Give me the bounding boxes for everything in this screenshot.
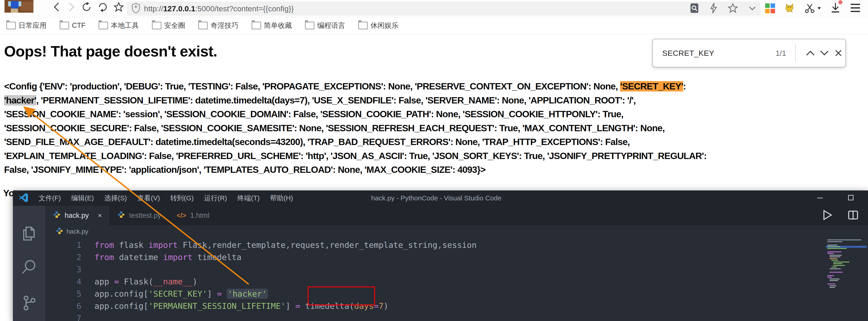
code-line: 1from flask import Flask,render_template… [45, 239, 826, 251]
explorer-icon[interactable] [20, 224, 38, 244]
line-text: app.config['SECRET_KEY'] = 'hacker' [94, 289, 268, 298]
config-line: <Config {'ENV': 'production', 'DEBUG': T… [4, 79, 865, 94]
code-token: 'PERMANENT_SESSION_LIFETIME' [148, 301, 285, 311]
bookmark-folder-item[interactable]: 休闲娱乐 [358, 21, 399, 30]
breadcrumb[interactable]: hack.py [45, 225, 868, 238]
minimap-line [833, 263, 842, 264]
find-previous-button[interactable] [803, 46, 817, 60]
code-token: ) [193, 277, 197, 286]
minimize-button[interactable] [816, 194, 824, 203]
lightning-icon[interactable] [709, 3, 718, 14]
folder-icon [98, 22, 108, 29]
code-line: 4app = Flask(__name__) [45, 276, 826, 288]
find-next-button[interactable] [817, 46, 831, 60]
config-line: False, 'JSONIFY_MIMETYPE': 'application/… [4, 163, 865, 177]
code-token: = [217, 289, 222, 298]
reload-button[interactable] [81, 2, 92, 12]
back-button[interactable] [52, 2, 62, 12]
find-match-highlight: 'SECRET_KEY' [620, 81, 683, 92]
cat-extension-icon[interactable] [784, 2, 796, 15]
menubar-item[interactable]: 转到(G) [170, 194, 193, 203]
find-in-page-icon[interactable] [689, 3, 700, 14]
source-control-icon[interactable] [20, 293, 38, 313]
find-close-button[interactable] [831, 46, 845, 60]
menubar-item[interactable]: 编辑(E) [71, 194, 94, 203]
html-file-icon: </> [177, 212, 186, 220]
download-manager-icon[interactable] [830, 2, 841, 15]
bookmark-folder-item[interactable]: 简单收藏 [252, 21, 292, 30]
config-text: <Config {'ENV': 'production', 'DEBUG': T… [4, 81, 620, 92]
minimap-line [830, 272, 843, 272]
folder-icon [358, 22, 368, 29]
code-token: __name__ [153, 277, 192, 286]
microsoft-extension-icon[interactable] [765, 3, 775, 13]
bookmark-star-button[interactable] [114, 2, 124, 12]
vscode-window-title: hack.py - PythonCode - Visual Studio Cod… [371, 190, 501, 206]
minimap-line [830, 255, 842, 256]
bookmark-folder-item[interactable]: 安全圈 [152, 21, 185, 30]
scissors-dropdown-icon [817, 7, 821, 10]
bookmarks-bar: 日常应用CTF本地工具安全圈奇淫技巧简单收藏编程语言休闲娱乐 [0, 18, 868, 34]
folder-icon [152, 22, 161, 29]
code-token: = [296, 301, 301, 311]
tab-label: hack.py [65, 212, 89, 220]
menubar-item[interactable]: 帮助(H) [270, 194, 293, 203]
code-token: ] [285, 301, 295, 311]
menu-hamburger-icon[interactable] [850, 3, 861, 14]
tab-testtest.py[interactable]: testtest.py [110, 206, 169, 225]
line-number: 3 [45, 265, 81, 274]
forward-button[interactable] [66, 2, 76, 12]
vscode-titlebar[interactable]: 文件(F)编辑(E)选择(S)查看(V)转到(G)运行(R)终端(T)帮助(H)… [13, 190, 868, 206]
maximize-button[interactable] [847, 194, 855, 203]
bookmark-folder-item[interactable]: 奇淫技巧 [198, 21, 239, 30]
minimap-line [827, 245, 837, 246]
code-token: import [163, 253, 192, 262]
code-editor[interactable]: 1from flask import Flask,render_template… [45, 238, 826, 321]
site-permissions-shield-icon[interactable] [131, 3, 141, 14]
minimap-line [827, 251, 841, 252]
code-token: app.config[ [94, 289, 148, 298]
divider [795, 44, 796, 62]
browser-toolbar: http://127.0.0.1:5000/test?content={{con… [0, 0, 868, 18]
run-file-button[interactable] [821, 209, 833, 222]
code-line: 2from datetime import timedelta [45, 251, 826, 263]
config-line: 'EXPLAIN_TEMPLATE_LOADING': False, 'PREF… [4, 149, 865, 163]
tab-close-icon[interactable]: × [98, 212, 102, 219]
chevron-down-icon[interactable] [747, 3, 757, 14]
config-line: 'SESSION_COOKIE_NAME': 'session', 'SESSI… [4, 107, 865, 121]
bookmark-label: 日常应用 [19, 21, 46, 30]
bookmark-folder-item[interactable]: 日常应用 [6, 21, 46, 30]
minimap[interactable] [827, 239, 866, 321]
flask-config-dump: <Config {'ENV': 'production', 'DEBUG': T… [4, 79, 865, 177]
bookmark-folder-item[interactable]: 本地工具 [98, 21, 139, 30]
config-line: 'hacker', 'PERMANENT_SESSION_LIFETIME': … [4, 94, 865, 107]
url-bar[interactable]: http://127.0.0.1:5000/test?content={{con… [127, 2, 761, 15]
menubar-item[interactable]: 查看(V) [137, 194, 160, 203]
menubar-item[interactable]: 文件(F) [39, 194, 61, 203]
bookmark-folder-item[interactable]: 编程语言 [305, 21, 345, 30]
code-token: timedelta [193, 253, 242, 262]
session-restore-icon[interactable] [98, 2, 108, 12]
tab-hack.py[interactable]: hack.py× [45, 206, 110, 225]
minimap-line [827, 253, 834, 254]
minimap-line [830, 268, 841, 269]
code-line: 6app.config['PERMANENT_SESSION_LIFETIME'… [45, 300, 826, 312]
menubar-item[interactable]: 运行(R) [204, 194, 227, 203]
menubar-item[interactable]: 选择(S) [104, 194, 127, 203]
screenshot-scissors-icon[interactable] [804, 3, 821, 14]
tab-label: 1.html [190, 212, 209, 220]
tab-1.html[interactable]: </>1.html [169, 206, 217, 225]
minimap-line [827, 284, 835, 284]
minimap-line [830, 258, 837, 259]
config-text: 'SESSION_COOKIE_SECURE': False, 'SESSION… [4, 123, 664, 133]
star-icon[interactable] [727, 3, 738, 14]
find-input[interactable]: SECRET_KEY [662, 49, 714, 58]
find-bar[interactable]: SECRET_KEY 1/1 [652, 39, 846, 67]
bookmark-folder-item[interactable]: CTF [60, 22, 86, 30]
download-badge [838, 0, 842, 4]
split-editor-button[interactable] [847, 209, 859, 222]
python-file-icon [56, 227, 63, 236]
config-text: 'SEND_FILE_MAX_AGE_DEFAULT': datetime.ti… [4, 137, 630, 147]
search-icon[interactable] [20, 258, 38, 277]
menubar-item[interactable]: 终端(T) [237, 194, 259, 203]
